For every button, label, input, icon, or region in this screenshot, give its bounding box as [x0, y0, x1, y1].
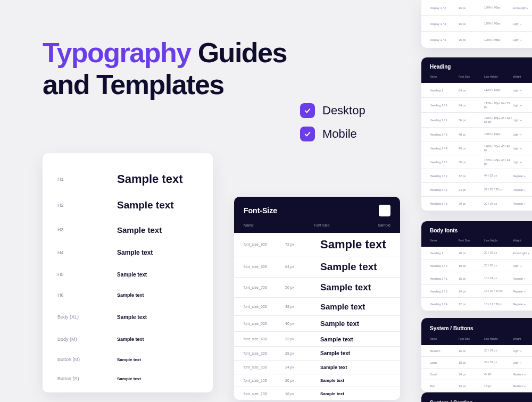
typeramp-sample: Sample text: [117, 292, 144, 298]
row-fontsize: 64 px: [459, 89, 484, 92]
body-header: Body fonts: [421, 221, 532, 239]
row-fontsize: 56 px: [459, 119, 484, 122]
fontsize-px: 40 px: [285, 322, 320, 325]
row-name: Heading 1 / 2: [430, 264, 459, 267]
row-name: Heading 6 / 1: [430, 202, 459, 205]
table-row: Heading 2 / 314 px16 / 20 / 24 pxRegular…: [421, 285, 532, 298]
fontsize-px: 28 px: [285, 351, 320, 355]
typeramp-row: Body (M)Sample text: [43, 329, 213, 350]
row-name: Heading 2 / 1: [430, 277, 459, 280]
check-icon[interactable]: [300, 103, 315, 118]
row-weight: Regular +: [513, 290, 532, 293]
row-lineheight: 24 / 28 / 32 px: [484, 188, 513, 191]
display-card: Display 1 / 296 px120% / 98pxExtraLight …: [421, 0, 532, 48]
table-row: Heading 1 / 264 px112% / 96px 64 / 72 px…: [421, 98, 532, 113]
row-name: Heading 2 / 3: [430, 133, 459, 136]
fontsize-sample: Sample text: [320, 378, 344, 383]
row-weight: Regular +: [513, 303, 532, 306]
typeramp-label: Body (M): [57, 337, 96, 342]
row-name: Display 1 / 2: [430, 6, 459, 10]
fontsize-px: 48 px: [285, 305, 320, 308]
row-weight: Light +: [513, 104, 532, 107]
card-badge-icon: [379, 205, 390, 216]
fontsize-row: font_size_40032 pxSample text: [234, 332, 400, 347]
table-row: Large18 px24 / 32 pxLight +Sample te: [421, 357, 532, 368]
fontsize-sample: Sample text: [320, 302, 365, 311]
fontsize-header: Font-Size: [234, 197, 400, 223]
table-row: Heading 2 / 440 px140% / 56px 48 / 48 px…: [421, 141, 532, 155]
fontsize-px: 32 px: [285, 337, 320, 341]
fontsize-cols: NameFont SizeSample: [234, 223, 400, 233]
fontsize-row: font_size_80064 pxSample text: [234, 256, 400, 278]
col-label: Name: [244, 223, 283, 227]
row-weight: Medium +: [513, 384, 532, 388]
row-lineheight: 16 / 20 / 24 px: [484, 289, 513, 292]
row-name: Display 1 / 4: [430, 38, 459, 41]
typeramp-row: H1Sample text: [43, 166, 213, 192]
fontsize-row: font_size_50040 pxSample text: [234, 316, 400, 332]
fontsize-row: font_size_15020 pxSample text: [234, 374, 400, 387]
fontsize-row: font_size_30028 pxSample text: [234, 347, 400, 361]
row-weight: Light +: [513, 264, 532, 267]
fontsize-row: font_size_10018 pxSample text: [234, 387, 400, 400]
row-name: Heading 2 / 1: [430, 119, 459, 122]
fontsize-sample: Sample text: [320, 336, 353, 342]
row-weight: Regular +: [513, 202, 532, 205]
row-fontsize: 24 px: [459, 188, 484, 191]
row-fontsize: 12 px: [459, 303, 484, 306]
row-fontsize: 16 px: [459, 277, 484, 280]
table-row: Heading 2 / 412 px16 / 12 / 20 pxRegular…: [421, 298, 532, 311]
row-lineheight: 20 / 24 px: [484, 349, 513, 352]
caption-title: System / Caption: [430, 400, 473, 403]
row-fontsize: 14 px: [459, 373, 484, 376]
row-weight: Regular +: [513, 174, 532, 178]
row-weight: Light +: [513, 22, 532, 26]
row-name: Heading 3 / 1: [430, 161, 459, 164]
row-weight: Light +: [513, 133, 532, 136]
row-weight: ExtraLight +: [513, 6, 532, 10]
typeramp-row: H4Sample text: [43, 241, 213, 264]
body-card: Body fonts NameFont SizeLine HeightWeigh…: [421, 221, 532, 311]
row-lineheight: 112% / 96px 64 / 72 px: [484, 102, 513, 108]
row-fontsize: 16 px: [459, 349, 484, 353]
table-row: Text14 px18 pxMedium +Sample te: [421, 380, 532, 392]
row-lineheight: 120% / 98px: [484, 38, 513, 41]
row-lineheight: 20 / 32 px: [484, 251, 513, 254]
check-label: Mobile: [322, 127, 357, 141]
row-lineheight: 44 / 32 px: [484, 174, 513, 177]
typeramp-sample: Sample text: [117, 272, 147, 278]
col-label: Sample: [378, 223, 390, 227]
col-label: Name: [430, 239, 459, 242]
fontsize-row: font_size_90072 pxSample text: [234, 233, 400, 256]
typeramp-label: H1: [57, 177, 96, 182]
fontsize-px: 64 px: [285, 265, 320, 269]
fontsize-row: font_size_20024 pxSample text: [234, 361, 400, 374]
row-lineheight: 16 / 24 px: [484, 277, 513, 280]
fontsize-name: font_size_300: [244, 351, 285, 355]
row-fontsize: 18 px: [459, 264, 484, 267]
typeramp-row: Button (M)Sample text: [43, 350, 213, 369]
heading-card: Heading NameFont SizeLine HeightWeightSa…: [421, 57, 532, 211]
typeramp-row: Button (S)Sample text: [43, 369, 213, 388]
row-name: Small: [430, 373, 459, 376]
row-fontsize: 96 px: [459, 22, 484, 26]
typeramp-sample: Sample text: [117, 314, 147, 320]
fontsize-name: font_size_200: [244, 365, 285, 369]
row-name: Display 1 / 3: [430, 22, 459, 26]
row-fontsize: 14 px: [459, 290, 484, 293]
fontsize-name: font_size_150: [244, 379, 285, 382]
hero-title: Typography Guides and Templates: [43, 37, 287, 101]
fontsize-sample: Sample text: [320, 350, 350, 356]
typeramp-sample: Sample text: [117, 376, 141, 381]
fontsize-name: font_size_700: [244, 286, 285, 289]
row-weight: Regular +: [513, 277, 532, 280]
typeramp-sample: Sample text: [117, 337, 144, 342]
buttons-cols: NameFont SizeLine HeightWeightSample: [421, 337, 532, 345]
fontsize-px: 24 px: [285, 365, 320, 369]
fontsize-sample: Sample text: [320, 238, 386, 252]
check-icon[interactable]: [300, 127, 315, 141]
col-label: Weight: [513, 337, 532, 340]
typeramp-sample: Sample text: [117, 172, 183, 186]
col-label: Line Height: [484, 239, 513, 242]
fontsize-px: 56 px: [285, 286, 320, 289]
